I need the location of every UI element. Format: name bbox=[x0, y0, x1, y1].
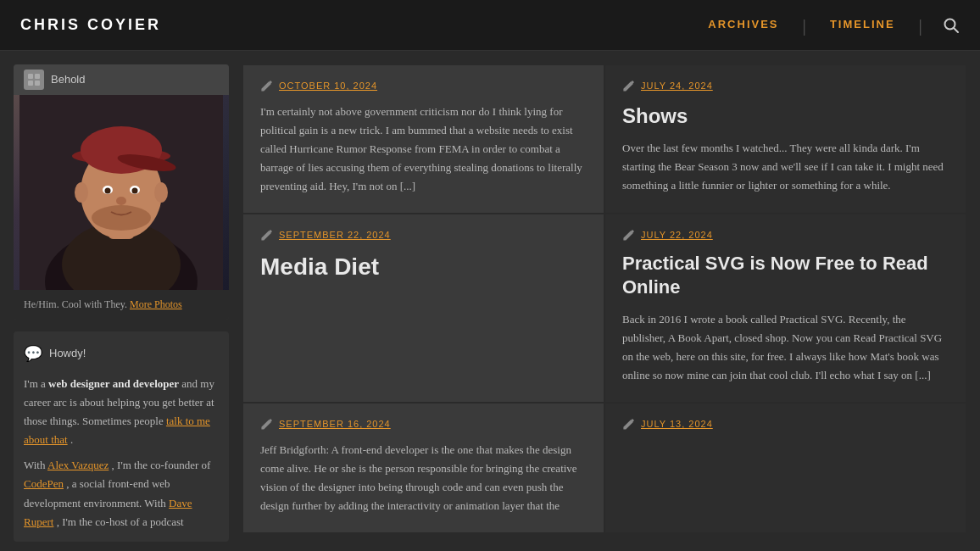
post-6-date-link[interactable]: JULY 13, 2024 bbox=[641, 417, 713, 432]
post-6-date: JULY 13, 2024 bbox=[622, 417, 949, 432]
howdy-widget: 💬 Howdy! I'm a web designer and develope… bbox=[14, 331, 229, 542]
svg-point-19 bbox=[92, 205, 151, 231]
svg-rect-3 bbox=[35, 74, 40, 79]
post-card-2: JULY 24, 2024 Shows Over the last few mo… bbox=[604, 64, 966, 214]
post-card-6: JULY 13, 2024 bbox=[604, 403, 966, 533]
post-4-date-link[interactable]: JULY 22, 2024 bbox=[641, 228, 713, 243]
post-4-excerpt: Back in 2016 I wrote a book called Pract… bbox=[622, 310, 949, 385]
sidebar: Behold bbox=[14, 64, 242, 551]
more-photos-link[interactable]: More Photos bbox=[130, 298, 182, 310]
site-header: CHRIS COYIER ARCHIVES | TIMELINE | bbox=[0, 0, 980, 51]
nav-timeline[interactable]: TIMELINE bbox=[806, 16, 919, 34]
speech-bubble-icon: 💬 bbox=[24, 342, 42, 366]
post-5-date-link[interactable]: SEPTEMBER 16, 2024 bbox=[279, 417, 391, 432]
post-3-title[interactable]: Media Diet bbox=[260, 252, 587, 282]
top-row: OCTOBER 10, 2024 I'm certainly not above… bbox=[242, 64, 966, 214]
svg-rect-5 bbox=[35, 81, 40, 86]
post-2-title[interactable]: Shows bbox=[622, 103, 949, 129]
post-5-excerpt: Jeff Bridgforth: A front-end developer i… bbox=[260, 441, 587, 515]
page-content: Behold bbox=[0, 51, 980, 551]
alex-link[interactable]: Alex Vazquez bbox=[47, 459, 109, 471]
profile-photo bbox=[14, 95, 229, 290]
svg-rect-2 bbox=[28, 74, 33, 79]
search-icon bbox=[943, 17, 960, 34]
howdy-header: 💬 Howdy! bbox=[24, 342, 219, 366]
post-3-date-link[interactable]: SEPTEMBER 22, 2024 bbox=[279, 228, 391, 243]
bio-text: I'm a web designer and developer and my … bbox=[24, 375, 219, 449]
post-card-5: SEPTEMBER 16, 2024 Jeff Bridgforth: A fr… bbox=[242, 403, 604, 533]
post-card-3: SEPTEMBER 22, 2024 Media Diet bbox=[242, 214, 604, 403]
behold-widget: Behold bbox=[14, 64, 229, 320]
post-1-excerpt: I'm certainly not above government criti… bbox=[260, 103, 587, 196]
post-card-1: OCTOBER 10, 2024 I'm certainly not above… bbox=[242, 64, 604, 214]
post-card-4: JULY 22, 2024 Practical SVG is Now Free … bbox=[604, 214, 966, 403]
alex-suffix: , I'm the co-founder of bbox=[112, 459, 211, 471]
bottom-row: SEPTEMBER 16, 2024 Jeff Bridgforth: A fr… bbox=[242, 403, 966, 533]
svg-point-17 bbox=[132, 188, 138, 194]
svg-line-1 bbox=[954, 28, 958, 32]
search-button[interactable] bbox=[922, 17, 960, 34]
svg-point-16 bbox=[105, 188, 111, 194]
pencil-icon-6 bbox=[622, 419, 634, 431]
caption-text: He/Him. Cool with They. bbox=[24, 298, 127, 310]
pencil-icon-1 bbox=[260, 81, 272, 92]
codeopen-link[interactable]: CodePen bbox=[24, 477, 64, 490]
pencil-icon-3 bbox=[260, 230, 272, 242]
main-nav: ARCHIVES | TIMELINE | bbox=[684, 10, 960, 40]
svg-point-20 bbox=[75, 182, 88, 203]
behold-icon bbox=[24, 70, 44, 90]
post-5-date: SEPTEMBER 16, 2024 bbox=[260, 417, 587, 432]
post-2-date: JULY 24, 2024 bbox=[622, 79, 949, 94]
svg-point-21 bbox=[154, 182, 168, 203]
posts-area: OCTOBER 10, 2024 I'm certainly not above… bbox=[242, 64, 966, 551]
bio-bold: web designer and developer bbox=[48, 377, 179, 390]
pencil-icon-4 bbox=[622, 230, 634, 242]
post-4-date: JULY 22, 2024 bbox=[622, 228, 949, 243]
nav-archives[interactable]: ARCHIVES bbox=[684, 16, 802, 34]
behold-label: Behold bbox=[51, 71, 85, 89]
with-prefix: With bbox=[24, 459, 47, 471]
dave-suffix: , I'm the co-host of a podcast bbox=[57, 515, 184, 528]
pencil-icon-5 bbox=[260, 419, 272, 431]
behold-header: Behold bbox=[14, 64, 229, 95]
svg-point-18 bbox=[116, 197, 126, 205]
svg-rect-4 bbox=[28, 81, 33, 86]
post-2-excerpt: Over the last few months I watched... Th… bbox=[622, 139, 949, 195]
post-2-date-link[interactable]: JULY 24, 2024 bbox=[641, 79, 713, 94]
post-1-date-link[interactable]: OCTOBER 10, 2024 bbox=[279, 79, 377, 94]
bio-text-2: With Alex Vazquez , I'm the co-founder o… bbox=[24, 456, 219, 531]
howdy-label: Howdy! bbox=[49, 345, 86, 363]
site-title[interactable]: CHRIS COYIER bbox=[20, 13, 161, 37]
middle-row: SEPTEMBER 22, 2024 Media Diet JULY 22, 2… bbox=[242, 214, 966, 403]
post-4-title[interactable]: Practical SVG is Now Free to Read Online bbox=[622, 252, 949, 300]
photo-caption: He/Him. Cool with They. More Photos bbox=[14, 290, 229, 320]
post-1-date: OCTOBER 10, 2024 bbox=[260, 79, 587, 94]
pencil-icon-2 bbox=[622, 81, 634, 92]
post-3-date: SEPTEMBER 22, 2024 bbox=[260, 228, 587, 243]
portrait-svg bbox=[19, 95, 223, 290]
bio-suffix2: . bbox=[70, 433, 73, 446]
